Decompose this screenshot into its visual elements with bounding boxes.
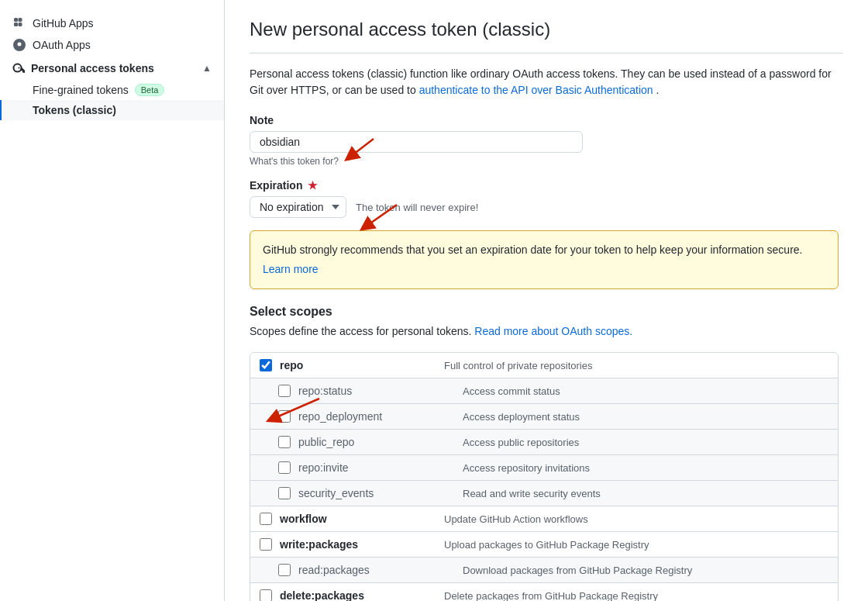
scope-name-repo-deployment: repo_deployment	[298, 410, 453, 423]
expiration-note: The token will never expire!	[356, 202, 478, 213]
sidebar-item-tokens-classic[interactable]: Tokens (classic)	[0, 100, 224, 120]
sidebar: GitHub Apps OAuth Apps Personal access t…	[0, 0, 225, 601]
sidebar-item-github-apps-label: GitHub Apps	[33, 17, 94, 29]
scope-name-write-packages: write:packages	[280, 538, 435, 551]
scope-checkbox-repo-deployment[interactable]	[278, 410, 291, 423]
key-icon	[12, 60, 25, 75]
sidebar-item-oauth-apps-label: OAuth Apps	[33, 39, 91, 51]
scope-table: repo Full control of private repositorie…	[250, 352, 839, 601]
scopes-desc: Scopes define the access for personal to…	[250, 323, 843, 340]
sidebar-personal-tokens-label: Personal access tokens	[31, 62, 154, 74]
scope-desc-delete-packages: Delete packages from GitHub Package Regi…	[444, 590, 658, 602]
expiration-required: ★	[308, 179, 318, 192]
description: Personal access tokens (classic) functio…	[250, 66, 839, 98]
main-content: New personal access token (classic) Pers…	[225, 0, 868, 601]
apps-icon	[12, 17, 26, 29]
sidebar-fine-grained-label: Fine-grained tokens	[33, 84, 129, 96]
sidebar-item-fine-grained-tokens[interactable]: Fine-grained tokens Beta	[0, 80, 224, 100]
scope-desc-write-packages: Upload packages to GitHub Package Regist…	[444, 539, 649, 551]
scope-desc-repo-status: Access commit status	[463, 385, 560, 397]
oauth-icon	[12, 39, 26, 51]
scope-checkbox-write-packages[interactable]	[260, 538, 272, 551]
warning-box: GitHub strongly recommends that you set …	[250, 230, 839, 289]
learn-more-link[interactable]: Learn more	[263, 263, 319, 275]
expiration-row: No expiration 7 days 30 days 60 days 90 …	[250, 196, 839, 218]
scope-row-repo-status: repo:status Access commit status	[250, 378, 838, 404]
api-auth-link[interactable]: authenticate to the API over Basic Authe…	[419, 84, 653, 96]
scope-checkbox-repo-status[interactable]	[278, 385, 291, 397]
expiration-group: Expiration ★ No expiration 7 days 30 day…	[250, 179, 839, 218]
sidebar-item-oauth-apps[interactable]: OAuth Apps	[0, 34, 224, 56]
page-title: New personal access token (classic)	[250, 19, 843, 54]
scope-row-delete-packages: delete:packages Delete packages from Git…	[250, 583, 838, 601]
scopes-desc-text: Scopes define the access for personal to…	[250, 325, 474, 337]
scope-name-read-packages: read:packages	[298, 564, 453, 576]
scope-name-public-repo: public_repo	[298, 436, 453, 448]
oauth-scopes-link[interactable]: Read more about OAuth scopes.	[474, 325, 632, 337]
note-sublabel: What's this token for?	[250, 156, 839, 167]
note-input[interactable]	[250, 131, 583, 153]
scope-checkbox-public-repo[interactable]	[278, 436, 291, 448]
scope-row-security-events: security_events Read and write security …	[250, 481, 838, 506]
scope-name-repo-invite: repo:invite	[298, 461, 453, 474]
scope-row-write-packages: write:packages Upload packages to GitHub…	[250, 532, 838, 558]
scope-desc-read-packages: Download packages from GitHub Package Re…	[463, 565, 692, 576]
sidebar-tokens-classic-label: Tokens (classic)	[33, 104, 116, 116]
scope-name-repo: repo	[280, 359, 435, 371]
scopes-section: Select scopes Scopes define the access f…	[250, 305, 843, 601]
scope-checkbox-security-events[interactable]	[278, 487, 291, 499]
chevron-up-icon: ▲	[202, 63, 212, 74]
scope-row-repo: repo Full control of private repositorie…	[250, 353, 838, 378]
scopes-title: Select scopes	[250, 305, 843, 319]
scope-row-repo-deployment: repo_deployment Access deployment status	[250, 404, 838, 430]
scope-row-public-repo: public_repo Access public repositories	[250, 430, 838, 455]
expiration-select[interactable]: No expiration 7 days 30 days 60 days 90 …	[250, 196, 346, 218]
expiration-label: Expiration ★	[250, 179, 839, 192]
description-end: .	[656, 84, 660, 96]
scope-name-delete-packages: delete:packages	[280, 589, 435, 601]
note-group: Note What's this token for?	[250, 114, 839, 167]
scope-desc-repo-deployment: Access deployment status	[463, 411, 580, 423]
sidebar-item-github-apps[interactable]: GitHub Apps	[0, 12, 224, 34]
scope-checkbox-workflow[interactable]	[260, 513, 272, 525]
scope-checkbox-read-packages[interactable]	[278, 564, 291, 576]
warning-text: GitHub strongly recommends that you set …	[263, 242, 825, 258]
scope-checkbox-delete-packages[interactable]	[260, 589, 272, 601]
scope-desc-security-events: Read and write security events	[463, 488, 601, 499]
scope-name-workflow: workflow	[280, 513, 435, 525]
beta-badge: Beta	[135, 84, 165, 96]
scope-desc-public-repo: Access public repositories	[463, 437, 579, 448]
scope-row-workflow: workflow Update GitHub Action workflows	[250, 506, 838, 532]
scope-desc-repo-invite: Access repository invitations	[463, 462, 590, 474]
sidebar-item-personal-access-tokens[interactable]: Personal access tokens ▲	[0, 56, 224, 80]
scope-desc-workflow: Update GitHub Action workflows	[444, 513, 588, 525]
note-label: Note	[250, 114, 839, 126]
scope-name-security-events: security_events	[298, 487, 453, 499]
scope-row-repo-invite: repo:invite Access repository invitation…	[250, 455, 838, 481]
scope-checkbox-repo[interactable]	[260, 359, 272, 371]
scope-checkbox-repo-invite[interactable]	[278, 461, 291, 474]
scope-desc-repo: Full control of private repositories	[444, 360, 592, 371]
scope-name-repo-status: repo:status	[298, 385, 453, 397]
scope-row-read-packages: read:packages Download packages from Git…	[250, 558, 838, 583]
